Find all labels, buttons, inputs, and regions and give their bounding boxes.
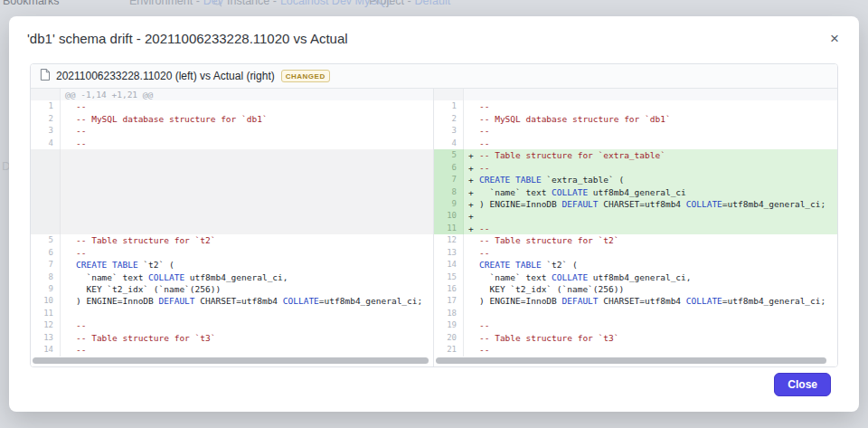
line-number: [31, 186, 61, 198]
line-number: 18: [434, 308, 464, 319]
added-line-sign: +: [468, 223, 479, 234]
code-line: +-- Table structure for `extra_table`: [464, 149, 837, 161]
diff-row: [434, 89, 837, 100]
line-number: [31, 162, 61, 174]
close-icon[interactable]: ×: [828, 31, 841, 46]
code-line: -- Table structure for `t2`: [61, 234, 433, 246]
diff-row: [31, 210, 433, 222]
line-number: 13: [31, 332, 61, 344]
line-sign: [65, 125, 76, 137]
line-sign: [65, 271, 76, 283]
line-number: [434, 89, 464, 100]
line-sign: [468, 319, 479, 331]
line-number: [31, 210, 61, 222]
instance-label: Instance -: [227, 0, 277, 7]
line-number: 8: [434, 186, 464, 198]
code-line: KEY `t2_idx` (`name`(256)): [464, 283, 837, 295]
code-line: --: [464, 138, 837, 149]
line-number: 1: [31, 100, 61, 112]
line-sign: [468, 259, 479, 271]
diff-row: 21 --: [434, 344, 837, 356]
line-sign: [468, 247, 479, 259]
diff-row: 13 --: [434, 247, 837, 259]
line-sign: [65, 113, 76, 125]
close-button[interactable]: Close: [774, 373, 831, 396]
diff-left-rows: @@ -1,14 +1,21 @@1 --2 -- MySQL database…: [31, 89, 433, 357]
diff-row: 7 CREATE TABLE `t2` (: [31, 259, 433, 271]
schema-drift-modal: 'db1' schema drift - 20211006233228.1102…: [9, 16, 859, 412]
code-line: [61, 186, 433, 198]
diff-row: 14 CREATE TABLE `t2` (: [434, 259, 837, 271]
horizontal-scrollbar-left[interactable]: [33, 357, 429, 364]
diff-row: [31, 186, 433, 198]
code-line: [61, 223, 433, 234]
diff-row: 6+--: [434, 162, 837, 174]
line-sign: [65, 344, 76, 356]
code-line: [464, 89, 837, 100]
project-link[interactable]: Default: [415, 0, 451, 7]
diff-row: 1 --: [31, 100, 433, 112]
modal-footer: Close: [774, 373, 831, 396]
line-sign: [65, 138, 76, 149]
line-number: 3: [31, 125, 61, 137]
diff-row: 10+: [434, 210, 837, 222]
diff-body: @@ -1,14 +1,21 @@1 --2 -- MySQL database…: [31, 89, 837, 366]
line-sign: [468, 113, 479, 125]
line-sign: [468, 283, 479, 295]
line-number: 14: [31, 344, 61, 356]
code-line: +--: [464, 223, 837, 234]
line-number: 9: [31, 283, 61, 295]
line-number: [31, 89, 61, 100]
diff-row: 17 ) ENGINE=InnoDB DEFAULT CHARSET=utf8m…: [434, 295, 837, 307]
diff-row: 15 `name` text COLLATE utf8mb4_general_c…: [434, 271, 837, 283]
line-number: 14: [434, 259, 464, 271]
line-number: 4: [31, 138, 61, 149]
diff-row: 7+CREATE TABLE `extra_table` (: [434, 174, 837, 185]
line-number: 7: [434, 174, 464, 185]
instance-icon: [213, 0, 222, 10]
code-line: ) ENGINE=InnoDB DEFAULT CHARSET=utf8mb4 …: [464, 295, 837, 307]
diff-row: 3 --: [31, 125, 433, 137]
bookmarks-label: Bookmarks: [3, 0, 60, 7]
code-line: KEY `t2_idx` (`name`(256)): [61, 283, 433, 295]
code-line: --: [61, 125, 433, 137]
code-line: --: [464, 125, 837, 137]
line-number: 2: [31, 113, 61, 125]
line-number: 12: [31, 319, 61, 331]
file-icon: [40, 68, 50, 84]
code-line: +: [464, 210, 837, 222]
modal-title: 'db1' schema drift - 20211006233228.1102…: [27, 31, 348, 46]
line-number: 20: [434, 332, 464, 344]
code-line: CREATE TABLE `t2` (: [464, 259, 837, 271]
diff-row: @@ -1,14 +1,21 @@: [31, 89, 433, 100]
line-number: 7: [31, 259, 61, 271]
added-line-sign: +: [468, 186, 479, 198]
horizontal-scrollbar-right[interactable]: [436, 357, 826, 364]
line-number: 12: [434, 234, 464, 246]
code-line: + `name` text COLLATE utf8mb4_general_ci: [464, 186, 837, 198]
code-line: [61, 149, 433, 161]
line-number: 8: [31, 271, 61, 283]
diff-row: [31, 198, 433, 210]
line-number: 13: [434, 247, 464, 259]
line-sign: [468, 271, 479, 283]
diff-row: 10 ) ENGINE=InnoDB DEFAULT CHARSET=utf8m…: [31, 295, 433, 307]
code-line: ) ENGINE=InnoDB DEFAULT CHARSET=utf8mb4 …: [61, 295, 433, 307]
line-number: 11: [434, 223, 464, 234]
environment-label: Environment -: [129, 0, 200, 7]
code-line: `name` text COLLATE utf8mb4_general_ci,: [61, 271, 433, 283]
diff-row: 20 -- Table structure for `t3`: [434, 332, 837, 344]
line-sign: [65, 308, 76, 319]
code-line: [464, 308, 837, 319]
line-sign: [65, 259, 76, 271]
code-line: +) ENGINE=InnoDB DEFAULT CHARSET=utf8mb4…: [464, 198, 837, 210]
line-sign: [65, 319, 76, 331]
diff-row: [31, 174, 433, 185]
line-number: [31, 223, 61, 234]
line-number: 4: [434, 138, 464, 149]
added-line-sign: +: [468, 198, 479, 210]
line-number: 6: [434, 162, 464, 174]
backdrop-topbar: Bookmarks Environment -Dev Instance -Loc…: [0, 0, 868, 13]
diff-file-header: 20211006233228.11020 (left) vs Actual (r…: [31, 64, 837, 89]
diff-row: 13 -- Table structure for `t3`: [31, 332, 433, 344]
